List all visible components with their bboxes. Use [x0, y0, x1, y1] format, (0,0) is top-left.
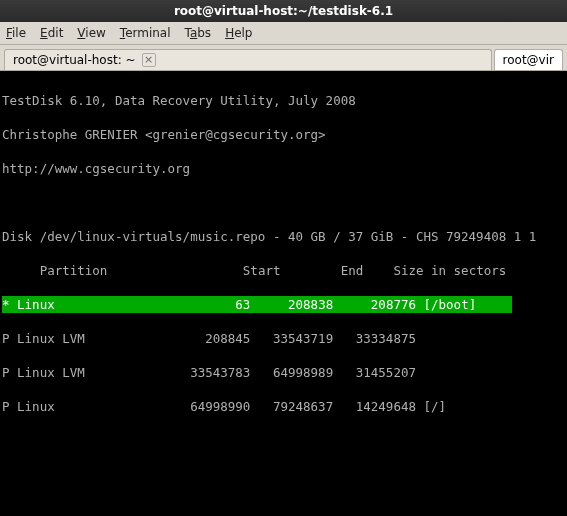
tab-1[interactable]: root@vir: [494, 49, 563, 70]
menu-help[interactable]: Help: [225, 26, 252, 40]
menubar: File Edit View Terminal Tabs Help: [0, 22, 567, 45]
table-row[interactable]: * Linux 63 208838 208776 [/boot]: [2, 296, 565, 313]
menu-edit[interactable]: Edit: [40, 26, 63, 40]
tab-1-label: root@vir: [503, 53, 554, 67]
app-url: http://www.cgsecurity.org: [2, 160, 565, 177]
table-header: Partition Start End Size in sectors: [2, 262, 565, 279]
tab-0[interactable]: root@virtual-host: ~ ×: [4, 49, 492, 70]
table-row[interactable]: P Linux LVM 33543783 64998989 31455207: [2, 364, 565, 381]
terminal-output[interactable]: TestDisk 6.10, Data Recovery Utility, Ju…: [0, 71, 567, 516]
menu-file[interactable]: File: [6, 26, 26, 40]
close-icon[interactable]: ×: [142, 53, 156, 67]
window-title: root@virtual-host:~/testdisk-6.1: [174, 4, 393, 18]
app-author: Christophe GRENIER <grenier@cgsecurity.o…: [2, 126, 565, 143]
tab-bar: root@virtual-host: ~ × root@vir: [0, 45, 567, 71]
table-row[interactable]: P Linux 64998990 79248637 14249648 [/]: [2, 398, 565, 415]
window-titlebar: root@virtual-host:~/testdisk-6.1: [0, 0, 567, 22]
app-title: TestDisk 6.10, Data Recovery Utility, Ju…: [2, 92, 565, 109]
tab-0-label: root@virtual-host: ~: [13, 53, 136, 67]
disk-line: Disk /dev/linux-virtuals/music.repo - 40…: [2, 228, 565, 245]
menu-tabs[interactable]: Tabs: [185, 26, 212, 40]
menu-terminal[interactable]: Terminal: [120, 26, 171, 40]
table-row[interactable]: P Linux LVM 208845 33543719 33334875: [2, 330, 565, 347]
menu-view[interactable]: View: [77, 26, 105, 40]
